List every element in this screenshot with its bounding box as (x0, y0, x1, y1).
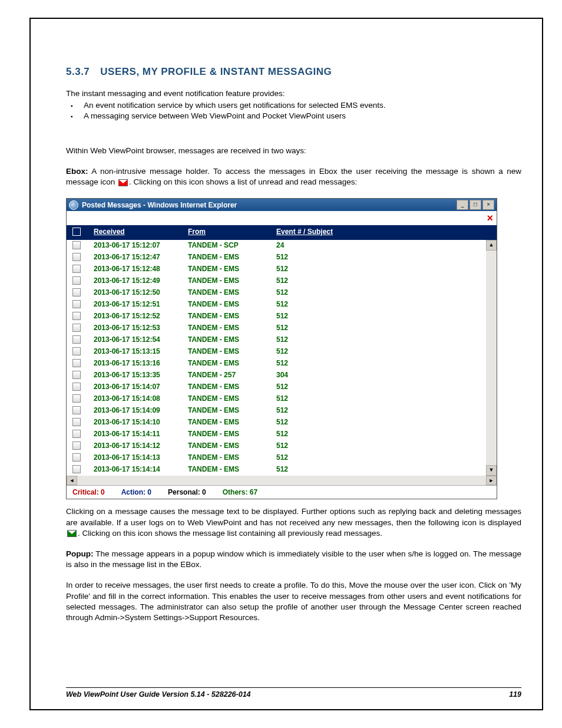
section-title: USERS, MY PROFILE & INSTANT MESSAGING (100, 66, 332, 77)
row-checkbox[interactable] (72, 465, 81, 473)
close-icon[interactable]: × (487, 212, 493, 224)
row-checkbox[interactable] (72, 300, 81, 308)
table-row[interactable]: 2013-06-17 15:12:48TANDEM - EMS512 (67, 263, 486, 275)
click-message-paragraph: Clicking on a message causes the message… (66, 506, 521, 539)
minimize-button[interactable]: _ (457, 200, 468, 210)
window-title: Posted Messages - Windows Internet Explo… (82, 201, 237, 209)
table-row[interactable]: 2013-06-17 15:14:12TANDEM - EMS512 (67, 440, 486, 452)
cell-received: 2013-06-17 15:14:10 (92, 418, 188, 428)
cell-received: 2013-06-17 15:13:35 (92, 371, 188, 381)
cell-subject: 512 (276, 288, 486, 298)
status-critical: Critical: 0 (72, 488, 105, 496)
cell-from: TANDEM - EMS (188, 335, 276, 345)
table-row[interactable]: 2013-06-17 15:14:10TANDEM - EMS512 (67, 417, 486, 429)
cell-subject: 512 (276, 394, 486, 404)
cell-subject: 512 (276, 453, 486, 463)
grid-header: Received From Event # / Subject (67, 225, 497, 240)
cell-from: TANDEM - EMS (188, 442, 276, 452)
row-checkbox[interactable] (72, 383, 81, 391)
table-row[interactable]: 2013-06-17 15:14:14TANDEM - EMS512 (67, 464, 486, 476)
cell-subject: 512 (276, 418, 486, 428)
status-bar: Critical: 0 Action: 0 Personal: 0 Others… (67, 485, 497, 499)
row-checkbox[interactable] (72, 418, 81, 426)
cell-from: TANDEM - 257 (188, 371, 276, 381)
cell-received: 2013-06-17 15:14:09 (92, 406, 188, 416)
row-checkbox[interactable] (72, 241, 81, 249)
row-checkbox[interactable] (72, 288, 81, 297)
cell-from: TANDEM - EMS (188, 347, 276, 357)
row-checkbox[interactable] (72, 406, 81, 414)
row-checkbox[interactable] (72, 335, 81, 344)
cell-from: TANDEM - EMS (188, 418, 276, 428)
cell-received: 2013-06-17 15:12:51 (92, 300, 188, 310)
cell-received: 2013-06-17 15:12:07 (92, 241, 188, 251)
table-row[interactable]: 2013-06-17 15:13:16TANDEM - EMS512 (67, 358, 486, 370)
section-number: 5.3.7 (66, 66, 90, 77)
row-checkbox[interactable] (72, 394, 81, 403)
cell-received: 2013-06-17 15:12:50 (92, 288, 188, 298)
scroll-down-icon[interactable]: ▼ (486, 465, 497, 476)
header-from[interactable]: From (188, 228, 276, 238)
vertical-scrollbar[interactable]: ▲ ▼ (486, 240, 497, 476)
within-paragraph: Within Web ViewPoint browser, messages a… (66, 146, 521, 156)
window-close-button[interactable]: × (482, 200, 494, 210)
cell-from: TANDEM - EMS (188, 453, 276, 463)
new-message-icon (118, 179, 128, 186)
table-row[interactable]: 2013-06-17 15:12:50TANDEM - EMS512 (67, 287, 486, 299)
table-row[interactable]: 2013-06-17 15:14:08TANDEM - EMS512 (67, 393, 486, 405)
table-row[interactable]: 2013-06-17 15:12:47TANDEM - EMS512 (67, 252, 486, 263)
cell-received: 2013-06-17 15:14:08 (92, 394, 188, 404)
table-row[interactable]: 2013-06-17 15:12:54TANDEM - EMS512 (67, 334, 486, 346)
row-checkbox[interactable] (72, 371, 81, 379)
row-checkbox[interactable] (72, 453, 81, 462)
row-checkbox[interactable] (72, 324, 81, 332)
horizontal-scrollbar[interactable]: ◄ ► (67, 476, 497, 485)
table-row[interactable]: 2013-06-17 15:12:51TANDEM - EMS512 (67, 299, 486, 311)
row-checkbox[interactable] (72, 430, 81, 438)
scroll-right-icon[interactable]: ► (486, 476, 497, 485)
list-item: A messaging service between Web ViewPoin… (82, 111, 521, 121)
cell-received: 2013-06-17 15:12:47 (92, 253, 188, 263)
cell-received: 2013-06-17 15:12:52 (92, 312, 188, 322)
table-row[interactable]: 2013-06-17 15:14:09TANDEM - EMS512 (67, 405, 486, 417)
cell-subject: 512 (276, 276, 486, 286)
status-personal: Personal: 0 (168, 488, 206, 496)
row-checkbox[interactable] (72, 347, 81, 355)
cell-subject: 512 (276, 442, 486, 452)
list-item: An event notification service by which u… (82, 100, 521, 111)
scroll-up-icon[interactable]: ▲ (486, 240, 497, 251)
cell-from: TANDEM - EMS (188, 465, 276, 475)
cell-received: 2013-06-17 15:13:16 (92, 359, 188, 369)
table-row[interactable]: 2013-06-17 15:14:07TANDEM - EMS512 (67, 381, 486, 393)
scroll-left-icon[interactable]: ◄ (67, 476, 77, 485)
row-checkbox[interactable] (72, 442, 81, 450)
table-row[interactable]: 2013-06-17 15:13:15TANDEM - EMS512 (67, 346, 486, 358)
table-row[interactable]: 2013-06-17 15:12:52TANDEM - EMS512 (67, 311, 486, 322)
row-checkbox[interactable] (72, 359, 81, 367)
row-checkbox[interactable] (72, 276, 81, 285)
table-row[interactable]: 2013-06-17 15:14:13TANDEM - EMS512 (67, 452, 486, 464)
ebox-label: Ebox: (66, 167, 88, 176)
table-row[interactable]: 2013-06-17 15:12:49TANDEM - EMS512 (67, 275, 486, 287)
table-row[interactable]: 2013-06-17 15:12:07TANDEM - SCP24 (67, 240, 486, 252)
cell-subject: 512 (276, 335, 486, 345)
cell-from: TANDEM - EMS (188, 430, 276, 440)
cell-from: TANDEM - SCP (188, 241, 276, 251)
select-all-header[interactable] (67, 228, 92, 238)
footer-title: Web ViewPoint User Guide Version 5.14 - … (66, 690, 251, 699)
cell-received: 2013-06-17 15:12:53 (92, 324, 188, 334)
row-checkbox[interactable] (72, 265, 81, 273)
table-row[interactable]: 2013-06-17 15:12:53TANDEM - EMS512 (67, 322, 486, 334)
header-received[interactable]: Received (92, 228, 188, 238)
popup-label: Popup: (66, 549, 94, 558)
maximize-button[interactable]: □ (470, 200, 481, 210)
status-others: Others: 67 (223, 488, 257, 496)
row-checkbox[interactable] (72, 312, 81, 320)
cell-from: TANDEM - EMS (188, 383, 276, 393)
ie-icon (69, 200, 78, 210)
table-row[interactable]: 2013-06-17 15:13:35TANDEM - 257304 (67, 370, 486, 381)
table-row[interactable]: 2013-06-17 15:14:11TANDEM - EMS512 (67, 429, 486, 440)
header-subject[interactable]: Event # / Subject (276, 228, 497, 238)
row-checkbox[interactable] (72, 253, 81, 261)
window-titlebar: Posted Messages - Windows Internet Explo… (67, 199, 497, 211)
